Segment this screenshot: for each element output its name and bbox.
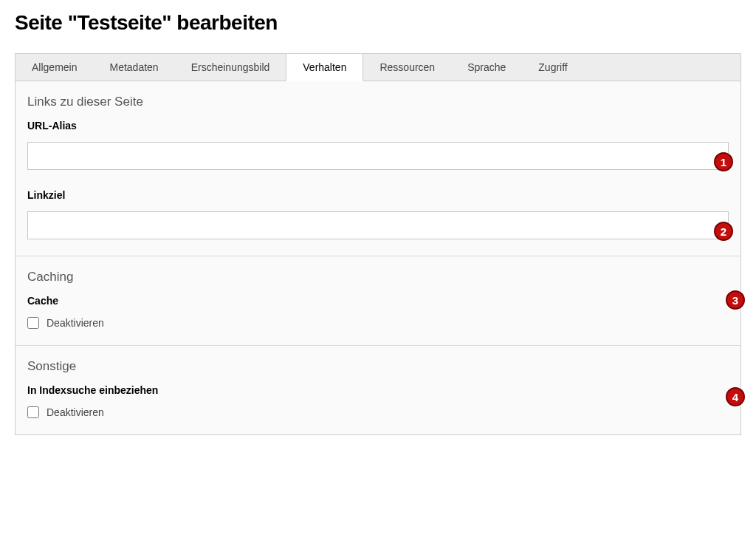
- checkbox-label-index: Deaktivieren: [47, 406, 104, 418]
- input-url-alias[interactable]: [27, 142, 729, 170]
- annotation-badge-1: 1: [714, 152, 733, 171]
- checkbox-cache-disable[interactable]: [27, 317, 39, 329]
- page-title: Seite "Testseite" bearbeiten: [15, 11, 741, 35]
- input-linkziel[interactable]: [27, 211, 729, 239]
- annotation-badge-4: 4: [726, 387, 745, 406]
- tab-content: Links zu dieser Seite URL-Alias 1 Linkzi…: [16, 81, 740, 434]
- label-index-search: In Indexsuche einbeziehen: [27, 384, 729, 396]
- checkbox-index-disable[interactable]: [27, 406, 39, 418]
- tab-panel: Allgemein Metadaten Erscheinungsbild Ver…: [15, 53, 741, 435]
- section-heading-sonstige: Sonstige: [27, 359, 729, 374]
- tab-sprache[interactable]: Sprache: [451, 54, 522, 81]
- tab-metadaten[interactable]: Metadaten: [93, 54, 174, 81]
- section-caching: Caching Cache Deaktivieren 3: [16, 256, 740, 346]
- annotation-badge-2: 2: [714, 222, 733, 241]
- annotation-badge-3: 3: [726, 290, 745, 310]
- checkbox-label-cache: Deaktivieren: [47, 317, 104, 329]
- section-sonstige: Sonstige In Indexsuche einbeziehen Deakt…: [16, 346, 740, 434]
- section-links: Links zu dieser Seite URL-Alias 1 Linkzi…: [16, 81, 740, 256]
- tab-bar: Allgemein Metadaten Erscheinungsbild Ver…: [16, 54, 740, 81]
- section-heading-caching: Caching: [27, 270, 729, 284]
- tab-zugriff[interactable]: Zugriff: [522, 54, 583, 81]
- section-heading-links: Links zu dieser Seite: [27, 95, 729, 109]
- tab-ressourcen[interactable]: Ressourcen: [363, 54, 451, 81]
- label-cache: Cache: [27, 295, 729, 307]
- tab-erscheinungsbild[interactable]: Erscheinungsbild: [175, 54, 286, 81]
- tab-verhalten[interactable]: Verhalten: [286, 54, 363, 81]
- label-linkziel: Linkziel: [27, 189, 729, 201]
- label-url-alias: URL-Alias: [27, 120, 729, 132]
- tab-allgemein[interactable]: Allgemein: [16, 54, 93, 81]
